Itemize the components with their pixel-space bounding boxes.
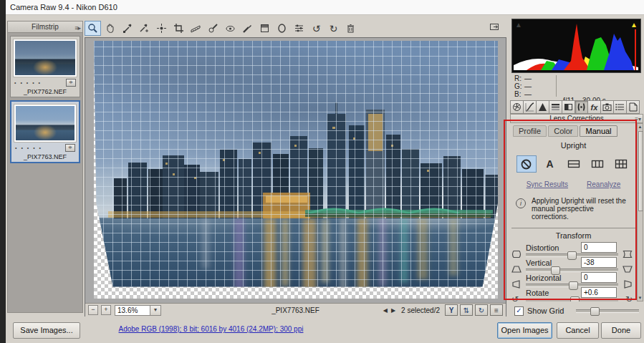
rating-dots[interactable]: • • • • • <box>15 145 42 150</box>
tab-detail[interactable] <box>536 100 549 114</box>
upright-level-button[interactable] <box>564 155 584 173</box>
white-balance-tool[interactable] <box>119 21 135 36</box>
targeted-adjustment-tool[interactable] <box>153 21 170 36</box>
color-sampler-tool[interactable] <box>136 21 153 36</box>
filmstrip-thumbnail-2[interactable]: • • • • •≑_PIX7763.NEF <box>10 100 80 163</box>
upright-warning-text: Applying Upright will reset the manual p… <box>532 197 633 221</box>
reanalyze-link[interactable]: Reanalyze <box>587 180 620 188</box>
zoom-tool[interactable] <box>85 21 101 36</box>
open-images-button[interactable]: Open Images <box>497 322 552 339</box>
tab-tone-curve[interactable] <box>523 100 536 114</box>
next-image-button[interactable]: ▶ <box>390 307 396 314</box>
slider-row-rotate: ↺Rotate+0.6↻ <box>510 287 637 301</box>
lens-corrections-header: Lens Corrections ≡▾ <box>510 114 643 123</box>
tab-hsl[interactable] <box>549 100 562 114</box>
rating-dots[interactable]: • • • • • <box>14 80 42 85</box>
lens-tab-profile[interactable]: Profile <box>513 125 547 137</box>
workflow-options[interactable]: Adobe RGB (1998); 8 bit; 6016 by 4016 (2… <box>0 325 422 333</box>
r-value: — <box>524 74 532 82</box>
slider-row-horizontal: Horizontal0 <box>510 272 637 287</box>
preferences-tool[interactable] <box>291 21 307 36</box>
upright-vertical-button[interactable] <box>587 155 607 173</box>
upright-full-button[interactable] <box>611 155 631 173</box>
info-icon: i <box>516 198 526 208</box>
preview-canvas[interactable] <box>85 38 506 303</box>
cancel-button[interactable]: Cancel <box>557 322 599 339</box>
rotate-value-input[interactable]: +0.6 <box>581 287 617 298</box>
show-grid-checkbox[interactable]: ✓ <box>514 306 524 316</box>
histogram: ▲ ▲ <box>511 19 641 73</box>
thumbnail-image <box>16 106 75 140</box>
spot-removal-tool[interactable] <box>205 21 221 36</box>
lens-tab-color[interactable]: Color <box>548 125 578 137</box>
panel-scrollbar[interactable]: ▲ ▼ <box>637 123 643 301</box>
previous-image-button[interactable]: ◀ <box>383 307 388 314</box>
sync-results-link[interactable]: Sync Results <box>527 180 568 188</box>
rotate-ccw-tool[interactable]: ↺ <box>308 21 325 36</box>
upright-title: Upright <box>510 141 637 150</box>
adjustment-brush-tool[interactable] <box>239 21 256 36</box>
thumb-settings-icon: ≑ <box>66 79 76 87</box>
distortion-value-input[interactable]: 0 <box>581 242 617 253</box>
radial-filter-tool[interactable] <box>274 21 290 36</box>
window-edge-strip <box>0 0 6 343</box>
done-button[interactable]: Done <box>601 322 641 339</box>
rotate-slider[interactable] <box>526 299 618 301</box>
upright-off-button[interactable] <box>516 155 537 173</box>
title-bar: Camera Raw 9.4 - Nikon D610 <box>6 0 644 15</box>
graduated-filter-tool[interactable] <box>256 21 273 36</box>
horizontal-value-input[interactable]: 0 <box>581 272 617 283</box>
perspective-grid-overlay <box>94 41 498 299</box>
lens-tab-manual[interactable]: Manual <box>580 125 617 137</box>
tab-camera-calibration[interactable] <box>600 100 613 114</box>
camera-raw-dialog: Camera Raw 9.4 - Nikon D610 Filmstrip ≡▸… <box>0 0 644 343</box>
scrollbar-thumb[interactable] <box>638 131 643 211</box>
copy-settings-button[interactable]: ↻ <box>475 304 488 316</box>
grid-spacing-slider[interactable] <box>576 309 639 313</box>
before-after-views-button[interactable]: Y <box>445 304 458 316</box>
tab-split-toning[interactable] <box>562 100 575 114</box>
b-value: — <box>524 90 532 98</box>
thumb-settings-icon: ≑ <box>65 144 75 152</box>
rotate-slider-thumb[interactable] <box>570 296 580 301</box>
show-grid-label: Show Grid <box>527 306 564 315</box>
preview-status-bar: − + 13.6% ▾ _PIX7763.NEF ◀ ▶ 2 selected/… <box>85 303 506 317</box>
adjustment-panel-tabs: fx <box>510 100 643 113</box>
trash-tool[interactable] <box>342 21 359 36</box>
filmstrip-panel: Filmstrip ≡▸ • • • • •≑_PIX7762.NEF• • •… <box>7 21 83 313</box>
thumbnail-image <box>15 41 75 75</box>
lens-corrections-panel: ProfileColorManual Upright A Sync Result… <box>510 123 637 301</box>
slider-row-vertical: Vertical-38 <box>510 257 637 272</box>
lens-tabs: ProfileColorManual <box>510 123 637 137</box>
crop-tool[interactable] <box>170 21 187 36</box>
tab-snapshots[interactable] <box>626 100 640 114</box>
toggle-fullscreen-icon[interactable] <box>488 21 501 32</box>
thumbnail-filename: _PIX7763.NEF <box>14 153 77 160</box>
filmstrip-header: Filmstrip ≡▸ <box>8 21 82 33</box>
tab-effects[interactable]: fx <box>587 100 600 114</box>
toolbar: ↺↻ <box>85 20 506 37</box>
slider-row-distortion: Distortion0 <box>510 242 637 257</box>
vertical-value-input[interactable]: -38 <box>581 257 617 268</box>
preview-preferences-icon[interactable]: ≡ <box>490 304 503 316</box>
tab-basic[interactable] <box>510 100 523 114</box>
show-grid-row: ✓ Show Grid <box>514 305 643 317</box>
straighten-tool[interactable] <box>188 21 204 36</box>
swap-before-after-button[interactable]: ⇅ <box>460 304 473 316</box>
window-title: Camera Raw 9.4 - Nikon D610 <box>10 3 117 11</box>
tab-lens-corrections[interactable] <box>575 100 587 114</box>
grid-spacing-thumb[interactable] <box>590 307 600 316</box>
rotate-increase-icon[interactable]: ↻ <box>625 295 633 301</box>
preview-area: − + 13.6% ▾ _PIX7763.NEF ◀ ▶ 2 selected/… <box>85 37 506 317</box>
filmstrip-thumbnail-1[interactable]: • • • • •≑_PIX7762.NEF <box>10 36 80 97</box>
hand-tool[interactable] <box>102 21 118 36</box>
photo-singapore-skyline <box>94 41 498 299</box>
g-value: — <box>524 82 532 90</box>
filmstrip-menu-icon[interactable]: ≡▸ <box>75 23 80 34</box>
rotate-decrease-icon[interactable]: ↺ <box>511 295 519 301</box>
tab-presets[interactable] <box>613 100 626 114</box>
rotate-cw-tool[interactable]: ↻ <box>325 21 342 36</box>
red-eye-tool[interactable] <box>222 21 239 36</box>
section-divider <box>511 228 635 228</box>
upright-auto-button[interactable]: A <box>540 155 560 173</box>
